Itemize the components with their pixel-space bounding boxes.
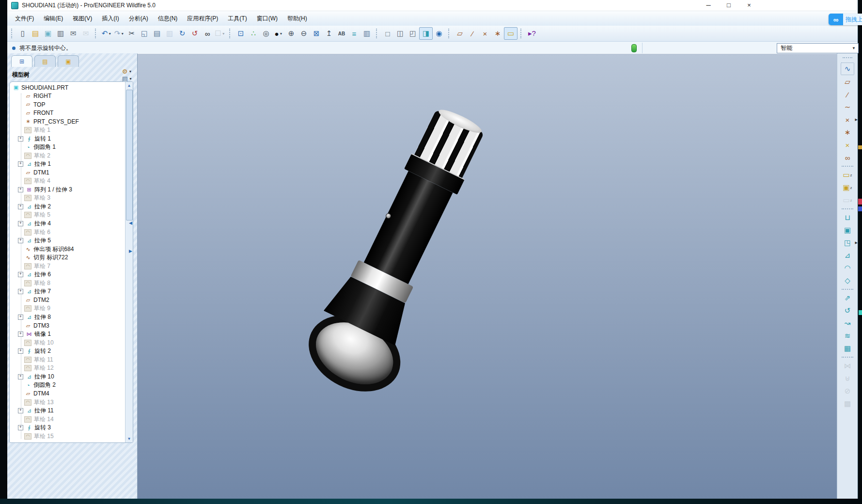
folder-browser-tab[interactable]: ▤ <box>34 55 56 67</box>
datum-axis-display-toggle[interactable]: ∕ <box>466 28 479 39</box>
tree-row[interactable]: +⊿拉伸 10 <box>10 373 125 381</box>
datum-point-tool-button[interactable]: ×▶ <box>841 114 854 126</box>
tree-row[interactable]: ◠草绘 5 <box>10 211 125 220</box>
expand-icon[interactable]: + <box>18 374 23 379</box>
sketch-tool-button[interactable]: ∿ <box>841 63 854 75</box>
expand-icon[interactable]: + <box>18 315 23 320</box>
model-tree-tab[interactable]: ⊞ <box>11 55 32 67</box>
datum-plane-tool-button[interactable]: ▱ <box>841 76 854 88</box>
close-button[interactable]: × <box>739 0 759 11</box>
menu-item[interactable]: 编辑(E) <box>39 12 68 25</box>
saved-views-button[interactable]: AB <box>335 28 348 39</box>
tree-row[interactable]: ∗PRT_CSYS_DEF <box>10 117 125 126</box>
chevron-down-icon[interactable]: ▼ <box>128 70 132 73</box>
regenerate-custom-button[interactable]: ↺ <box>188 28 201 39</box>
menu-item[interactable]: 分析(A) <box>124 12 153 25</box>
display-settings-button[interactable]: ⊡ <box>235 28 247 39</box>
hidden-line-button[interactable]: ◫ <box>394 28 407 39</box>
tree-row[interactable]: ◠草绘 14 <box>10 415 125 424</box>
mirror-tool-button[interactable]: ⋈ <box>841 360 854 372</box>
tree-row[interactable]: +∮旋转 2 <box>10 347 125 356</box>
tree-row[interactable]: +⊿拉伸 8 <box>10 313 125 322</box>
tree-row[interactable]: +⊿拉伸 4 <box>10 220 125 228</box>
round-tool-button[interactable]: ◠ <box>841 262 854 274</box>
annotation-plane-tool-button[interactable]: ▭z <box>841 169 854 181</box>
expand-icon[interactable]: + <box>18 348 23 354</box>
paste-special-button[interactable]: ▥ <box>163 28 176 39</box>
expand-icon[interactable]: + <box>18 187 23 192</box>
tree-row[interactable]: ▱RIGHT <box>10 92 125 101</box>
zoom-in-button[interactable]: ⊕ <box>285 28 298 39</box>
tree-row[interactable]: ◠草绘 11 <box>10 356 125 364</box>
send-mail-button[interactable]: ✉ <box>67 28 79 39</box>
datum-axis-tool-button[interactable]: ∕ <box>841 89 854 100</box>
offset-point-tool-button[interactable]: × <box>841 139 854 151</box>
tree-row[interactable]: ▱DTM1 <box>10 168 125 177</box>
tree-row[interactable]: +⊿拉伸 6 <box>10 270 125 279</box>
zoom-out-button[interactable]: ⊖ <box>298 28 310 39</box>
refit-button[interactable]: ⊠ <box>310 28 323 39</box>
chevron-down-icon[interactable]: ▼ <box>280 32 283 35</box>
expand-icon[interactable]: + <box>18 204 23 209</box>
reorient-button[interactable]: ↥ <box>323 28 335 39</box>
chain-link-tool-button[interactable]: ∞ <box>841 152 854 163</box>
tree-row[interactable]: ◠草绘 8 <box>10 279 125 288</box>
baidu-netdisk-icon[interactable]: ∞ <box>829 14 843 25</box>
select-box-button[interactable]: ☐▼ <box>214 28 226 39</box>
tree-row[interactable]: ◠草绘 10 <box>10 338 125 347</box>
chevron-down-icon[interactable]: ▼ <box>108 32 111 35</box>
save-button[interactable]: ▣ <box>42 28 54 39</box>
menu-item[interactable]: 文件(F) <box>10 12 39 25</box>
tree-row[interactable]: ◠草绘 2 <box>10 151 125 160</box>
expand-icon[interactable]: + <box>18 425 23 430</box>
expand-icon[interactable]: + <box>18 408 23 413</box>
tree-row[interactable]: +⊿拉伸 11 <box>10 407 125 415</box>
tree-row[interactable]: ◠草绘 4 <box>10 177 125 186</box>
annotation-tool-button[interactable]: ▭z <box>841 194 854 206</box>
tree-row[interactable]: ◠草绘 6 <box>10 228 125 236</box>
maximize-button[interactable]: □ <box>719 0 739 11</box>
datum-point-display-toggle[interactable]: × <box>479 28 491 39</box>
tree-row[interactable]: ◠草绘 12 <box>10 364 125 373</box>
tree-row[interactable]: +⊿拉伸 7 <box>10 287 125 296</box>
menu-item[interactable]: 帮助(H) <box>282 12 312 25</box>
annotation-display-toggle[interactable]: ▭ <box>504 27 517 40</box>
baidu-netdisk-widget[interactable]: ∞ 拖拽上 <box>829 14 862 25</box>
scrollbar-thumb[interactable] <box>126 90 133 220</box>
expand-icon[interactable]: + <box>18 136 23 142</box>
annotation-view-tool-button[interactable]: ▣z <box>841 182 854 193</box>
tree-row[interactable]: +⋈镜像 1 <box>10 330 125 339</box>
expand-icon[interactable]: + <box>18 238 23 243</box>
tree-row[interactable]: ▱DTM4 <box>10 390 125 398</box>
appearance-button[interactable]: ●▼ <box>272 28 285 39</box>
extrude-tool-button[interactable]: ⇗ <box>841 292 854 304</box>
copy-button[interactable]: ◱ <box>138 28 151 39</box>
tree-row[interactable]: ∿切剪 标识722 <box>10 253 125 262</box>
shaded-button[interactable]: ◨ <box>419 27 433 40</box>
find-button[interactable]: ∞ <box>201 28 214 39</box>
wireframe-button[interactable]: □ <box>381 28 394 39</box>
title-bar[interactable]: SHOUDIAN1 (活动的) - Pro/ENGINEER Wildfire … <box>7 0 858 11</box>
tree-row[interactable]: ◠草绘 7 <box>10 262 125 270</box>
datum-plane-display-toggle[interactable]: ▱ <box>454 28 466 39</box>
shell-tool-button[interactable]: ▣ <box>841 224 854 236</box>
csys-display-toggle[interactable]: ∗ <box>491 28 504 39</box>
tree-row[interactable]: +⊞阵列 1 / 拉伸 3 <box>10 186 125 194</box>
menu-item[interactable]: 信息(N) <box>153 12 183 25</box>
merge-tool-button[interactable]: ⊎ <box>841 373 854 384</box>
tree-row[interactable]: +∮旋转 1 <box>10 134 125 143</box>
redo-button[interactable]: ↷▼ <box>113 28 125 39</box>
regenerate-button[interactable]: ↻ <box>176 28 188 39</box>
curve-tool-button[interactable]: ∼ <box>841 101 854 113</box>
boundary-blend-tool-button[interactable]: ▦ <box>841 343 854 354</box>
revolve-tool-button[interactable]: ↺ <box>841 305 854 316</box>
favorites-tab[interactable]: ▣ <box>58 55 79 67</box>
chamfer-tool-button[interactable]: ◇ <box>841 275 854 286</box>
tree-row[interactable]: +⊿拉伸 5 <box>10 236 125 245</box>
undo-button[interactable]: ↶▼ <box>100 28 113 39</box>
graphics-viewport[interactable] <box>137 53 837 499</box>
pattern-tool-button[interactable]: ▩ <box>841 398 854 410</box>
expand-icon[interactable]: + <box>18 272 23 277</box>
chevron-down-icon[interactable]: ▼ <box>121 32 124 35</box>
orient-mode-button[interactable]: ◎ <box>260 28 272 39</box>
